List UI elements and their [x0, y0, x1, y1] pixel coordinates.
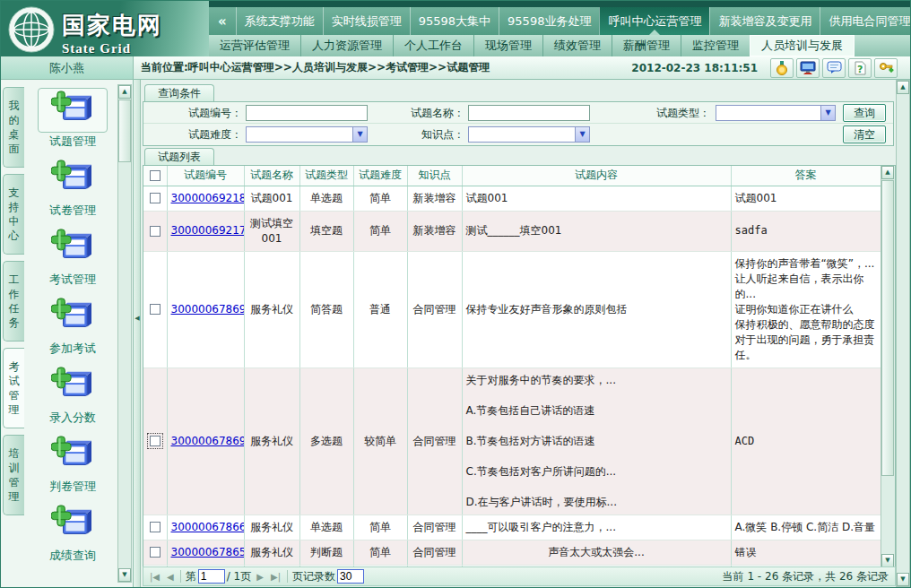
sidebar-splitter[interactable]: ◀: [134, 80, 141, 587]
knowledge-point-label: 知识点：: [372, 127, 464, 143]
nav-item-95598-central[interactable]: 95598大集中: [410, 7, 499, 35]
sidebar-item-enter-scores[interactable]: 录入分数: [28, 361, 117, 430]
sidebar-tab-work-tasks[interactable]: 工作任务: [3, 261, 24, 342]
subnav-hr[interactable]: 人力资源管理: [300, 35, 393, 56]
question-link[interactable]: 300000678699: [171, 303, 245, 316]
subnav-personal-desk[interactable]: 个人工作台: [393, 35, 473, 56]
col-question-difficulty: 试题难度: [353, 166, 407, 186]
sidebar-tab-exam-mgmt[interactable]: 考试管理: [3, 348, 24, 428]
sidebar-tab-training-mgmt[interactable]: 培训管理: [3, 435, 24, 515]
page-size-input[interactable]: [337, 569, 364, 584]
row-checkbox[interactable]: [150, 547, 161, 558]
clear-button[interactable]: 清空: [843, 125, 886, 143]
content-scrollbar[interactable]: ▲ ▼: [896, 80, 910, 587]
question-link[interactable]: 300000692180: [171, 192, 245, 204]
sidebar-item-paper-mgmt[interactable]: 试卷管理: [28, 154, 117, 223]
sidebar-item-score-query[interactable]: 成绩查询: [28, 499, 117, 568]
row-checkbox[interactable]: [150, 436, 161, 446]
question-link[interactable]: 300000678696: [171, 435, 245, 447]
sidebar-item-question-mgmt[interactable]: 试题管理: [28, 85, 117, 154]
main-content: 查询条件 试题编号： 试题名称： 试题类型： ▼ 查询 试题难度： ▼ 知识点：…: [141, 80, 910, 587]
col-knowledge-point: 知识点: [407, 166, 462, 186]
nav-item-call-center[interactable]: 呼叫中心运营管理: [599, 7, 709, 35]
folder-plus-icon: [51, 298, 94, 335]
logo: 国家电网 State Grid: [1, 1, 209, 56]
monitor-icon[interactable]: [796, 58, 820, 78]
tab-question-list[interactable]: 试题列表: [144, 148, 214, 165]
scroll-up-icon[interactable]: ▲: [881, 166, 894, 179]
table-row: 300000678699 服务礼仪 简答题 普通 合同管理 保持专业友好声音形象…: [143, 251, 881, 368]
subnav-site-mgmt[interactable]: 现场管理: [473, 35, 542, 56]
subnav-operation-eval[interactable]: 运营评估管理: [209, 35, 300, 56]
folder-plus-icon: [51, 367, 94, 404]
subnav-performance[interactable]: 绩效管理: [542, 35, 612, 56]
tab-query-conditions[interactable]: 查询条件: [144, 84, 214, 101]
col-question-code: 试题编号: [167, 166, 244, 186]
prev-page-icon[interactable]: ◀: [163, 572, 178, 582]
question-link[interactable]: 300000678658: [171, 546, 245, 558]
scroll-thumb[interactable]: [118, 99, 131, 162]
scroll-down-icon[interactable]: ▼: [881, 554, 894, 567]
question-code-input[interactable]: [246, 105, 368, 121]
sidebar-tab-my-desktop[interactable]: 我的桌面: [3, 87, 24, 168]
sidebar-item-grading-mgmt[interactable]: 判卷管理: [28, 430, 117, 499]
datetime: 2012-02-23 18:11:51: [631, 62, 770, 74]
top-header: 国家电网 State Grid « 系统支撑功能 实时线损管理 95598大集中…: [1, 1, 911, 56]
scroll-down-icon[interactable]: ▼: [897, 573, 909, 586]
scroll-thumb[interactable]: [881, 180, 894, 476]
question-link[interactable]: 300000692174: [171, 224, 245, 237]
subnav-training[interactable]: 人员培训与发展: [750, 35, 855, 56]
knowledge-point-select[interactable]: ▼: [468, 126, 590, 143]
secondary-nav: 运营评估管理 人力资源管理 个人工作台 现场管理 绩效管理 薪酬管理 监控管理 …: [209, 35, 911, 56]
help-doc-icon[interactable]: ?: [848, 58, 872, 78]
page-total: / 1页: [225, 569, 254, 584]
table-scrollbar[interactable]: ▲ ▼: [881, 166, 895, 567]
nav-collapse-left-icon[interactable]: «: [209, 7, 236, 35]
record-summary: 当前 1 - 26 条记录，共 26 条记录: [723, 569, 892, 584]
question-difficulty-select[interactable]: ▼: [246, 126, 368, 143]
question-link[interactable]: 300000678665: [171, 521, 245, 533]
sidebar-scrollbar[interactable]: ▲ ▼: [117, 84, 132, 583]
search-button[interactable]: 查询: [843, 104, 886, 122]
subnav-monitor[interactable]: 监控管理: [681, 35, 750, 56]
nav-item-power-contract[interactable]: 供用电合同管理: [820, 7, 911, 35]
nav-item-system-support[interactable]: 系统支撑功能: [236, 7, 323, 35]
question-type-label: 试题类型：: [617, 106, 710, 121]
folder-plus-icon: [51, 91, 94, 128]
row-checkbox[interactable]: [150, 226, 161, 237]
scroll-up-icon[interactable]: ▲: [897, 81, 909, 94]
page-number-input[interactable]: [198, 569, 225, 584]
last-page-icon[interactable]: ▶|: [267, 572, 284, 582]
question-table: 试题编号 试题名称 试题类型 试题难度 知识点 试题内容 答案 30000069…: [143, 165, 896, 568]
question-type-select[interactable]: ▼: [716, 105, 836, 121]
folder-plus-icon: [51, 436, 94, 473]
collapse-sidebar-icon[interactable]: ◀: [134, 315, 141, 322]
row-checkbox[interactable]: [150, 193, 161, 203]
page-size-label: 页记录数: [291, 569, 337, 584]
nav-item-95598-business[interactable]: 95598业务处理: [499, 7, 599, 35]
nav-item-line-loss[interactable]: 实时线损管理: [323, 7, 410, 35]
message-icon[interactable]: [822, 58, 846, 78]
row-checkbox[interactable]: [150, 522, 161, 532]
first-page-icon[interactable]: |◀: [146, 572, 163, 582]
scroll-down-icon[interactable]: ▼: [118, 568, 131, 582]
sidebar-item-exam-mgmt[interactable]: 考试管理: [28, 223, 117, 292]
question-name-input[interactable]: [468, 105, 590, 121]
scroll-up-icon[interactable]: ▲: [118, 85, 131, 99]
folder-plus-icon: [51, 505, 94, 542]
table-row: 300000692180 试题001 单选题 简单 新装增容 试题001 试题0…: [143, 186, 881, 211]
next-page-icon[interactable]: ▶: [253, 572, 267, 582]
sidebar-tab-support-center[interactable]: 支持中心: [3, 174, 24, 255]
primary-nav: « 系统支撑功能 实时线损管理 95598大集中 95598业务处理 呼叫中心运…: [209, 7, 911, 35]
medal-icon[interactable]: [770, 58, 794, 78]
sidebar-item-take-exam[interactable]: 参加考试: [28, 292, 117, 361]
subnav-salary[interactable]: 薪酬管理: [612, 35, 681, 56]
key-add-icon[interactable]: [874, 58, 898, 78]
row-checkbox[interactable]: [150, 304, 161, 315]
question-difficulty-label: 试题难度：: [152, 127, 242, 143]
page-label: 第: [184, 569, 198, 584]
nav-item-new-install[interactable]: 新装增容及变更用: [709, 7, 820, 35]
logo-title-cn: 国家电网: [62, 10, 162, 41]
sidebar: 我的桌面 支持中心 工作任务 考试管理 培训管理 试题管理 试卷管理: [1, 80, 134, 587]
select-all-checkbox[interactable]: [150, 170, 161, 181]
